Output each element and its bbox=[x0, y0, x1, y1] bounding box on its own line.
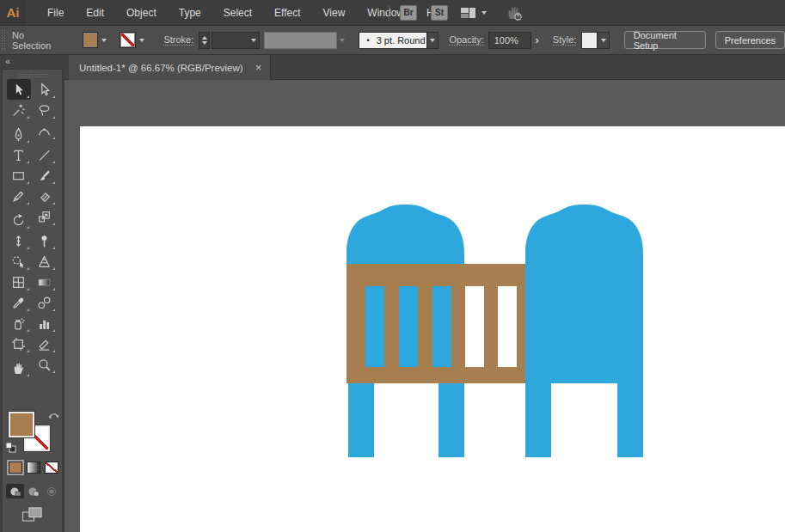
tool-pencil[interactable] bbox=[7, 186, 31, 206]
tab-close-icon[interactable]: × bbox=[255, 62, 262, 73]
control-bar-grip[interactable] bbox=[1, 29, 6, 51]
perspective-grid-icon bbox=[37, 254, 52, 269]
style-chevron-button[interactable] bbox=[598, 32, 609, 49]
crib-headboard-right[interactable] bbox=[525, 205, 643, 383]
pencil-icon bbox=[11, 189, 26, 204]
color-button[interactable] bbox=[9, 462, 22, 474]
panel-collapse-button[interactable]: « bbox=[0, 55, 64, 69]
draw-inside-button[interactable] bbox=[42, 484, 60, 498]
screen-mode-icon[interactable] bbox=[21, 506, 44, 527]
stroke-chevron-icon[interactable] bbox=[139, 39, 144, 45]
tool-selection[interactable] bbox=[7, 79, 31, 100]
zoom-icon bbox=[37, 358, 52, 372]
line-segment-icon bbox=[37, 148, 52, 162]
gradient-button[interactable] bbox=[27, 462, 40, 474]
tool-scale[interactable] bbox=[33, 206, 57, 227]
draw-behind-button[interactable] bbox=[24, 484, 42, 498]
crib-leg-left-2[interactable] bbox=[438, 383, 464, 457]
fill-swatch-indicator[interactable] bbox=[9, 412, 34, 437]
pen-icon bbox=[11, 127, 26, 142]
stroke-weight-stepper[interactable] bbox=[199, 32, 210, 49]
tools-panel-body bbox=[2, 69, 63, 532]
draw-normal-button[interactable] bbox=[6, 484, 24, 498]
lasso-icon bbox=[37, 103, 52, 118]
tool-zoom[interactable] bbox=[33, 354, 57, 375]
tool-rotate[interactable] bbox=[7, 210, 31, 230]
hand-power-icon[interactable] bbox=[504, 4, 524, 21]
drawing-modes-row bbox=[3, 484, 64, 498]
opacity-field[interactable]: 100% bbox=[488, 32, 532, 49]
width-profile-chevron-icon bbox=[340, 39, 345, 45]
crib-leg-right-1[interactable] bbox=[525, 383, 551, 457]
tool-eraser[interactable] bbox=[33, 186, 57, 206]
stroke-color-swatch[interactable] bbox=[120, 32, 136, 48]
tool-gradient[interactable] bbox=[33, 272, 57, 292]
color-mode-row bbox=[3, 462, 64, 474]
document-setup-button[interactable]: Document Setup bbox=[624, 31, 706, 49]
stroke-weight-dropdown[interactable] bbox=[212, 32, 260, 49]
direct-selection-icon bbox=[37, 83, 52, 97]
workspace-switcher-icon[interactable] bbox=[460, 7, 476, 19]
swap-fill-stroke-icon[interactable] bbox=[47, 409, 60, 425]
tool-rectangle[interactable] bbox=[7, 165, 31, 186]
tool-slice[interactable] bbox=[33, 333, 57, 354]
stock-button[interactable]: St bbox=[431, 5, 448, 21]
stroke-weight-chevron-icon[interactable] bbox=[251, 39, 256, 45]
style-swatch[interactable] bbox=[581, 32, 598, 49]
preferences-button[interactable]: Preferences bbox=[715, 31, 785, 49]
brush-chevron-icon bbox=[430, 39, 435, 45]
tool-lasso[interactable] bbox=[33, 100, 57, 120]
tool-type[interactable] bbox=[7, 144, 31, 165]
canvas[interactable] bbox=[64, 80, 785, 532]
stepper-up-icon[interactable] bbox=[202, 34, 207, 40]
tool-puppet-warp[interactable] bbox=[33, 230, 57, 251]
menu-item-view[interactable]: View bbox=[312, 2, 357, 24]
tool-hand[interactable] bbox=[7, 358, 31, 378]
brush-chevron-button[interactable] bbox=[427, 32, 438, 49]
blend-icon bbox=[37, 296, 52, 310]
tool-artboard[interactable] bbox=[7, 333, 31, 354]
tool-width[interactable] bbox=[7, 230, 31, 251]
crib-leg-right-2[interactable] bbox=[617, 383, 643, 457]
menu-item-file[interactable]: File bbox=[36, 2, 75, 24]
tool-magic-wand[interactable] bbox=[7, 100, 31, 120]
tool-eyedropper[interactable] bbox=[7, 292, 31, 313]
stroke-label[interactable]: Stroke: bbox=[163, 34, 193, 46]
tool-pen[interactable] bbox=[7, 124, 31, 144]
tool-shape-builder[interactable] bbox=[7, 251, 31, 272]
mesh-icon bbox=[11, 275, 26, 290]
menu-item-edit[interactable]: Edit bbox=[75, 2, 115, 24]
opacity-slider-arrow[interactable]: › bbox=[535, 34, 538, 46]
tool-column-graph[interactable] bbox=[33, 313, 57, 333]
curvature-icon bbox=[37, 124, 52, 138]
tool-perspective-grid[interactable] bbox=[33, 251, 57, 272]
brush-name: 3 pt. Round bbox=[377, 35, 426, 46]
crib-leg-left-1[interactable] bbox=[348, 383, 374, 457]
fill-chevron-icon[interactable] bbox=[101, 39, 107, 45]
default-fill-stroke-icon[interactable] bbox=[5, 441, 16, 456]
width-profile-dropdown bbox=[264, 32, 337, 49]
magic-wand-icon bbox=[11, 103, 26, 118]
tool-blend[interactable] bbox=[33, 292, 57, 313]
bridge-button[interactable]: Br bbox=[400, 5, 417, 21]
fill-color-swatch[interactable] bbox=[83, 32, 99, 48]
menu-item-type[interactable]: Type bbox=[168, 2, 212, 24]
paintbrush-icon bbox=[37, 168, 52, 183]
none-button[interactable] bbox=[45, 462, 58, 474]
style-label[interactable]: Style: bbox=[553, 34, 577, 46]
tool-paintbrush[interactable] bbox=[33, 165, 57, 186]
tool-line-segment[interactable] bbox=[33, 144, 57, 165]
tool-mesh[interactable] bbox=[7, 272, 31, 292]
tool-symbol-sprayer[interactable] bbox=[7, 313, 31, 333]
brush-definition-field[interactable]: • 3 pt. Round bbox=[359, 32, 427, 49]
tool-curvature[interactable] bbox=[33, 120, 57, 141]
menu-item-select[interactable]: Select bbox=[212, 2, 263, 24]
menu-item-effect[interactable]: Effect bbox=[263, 2, 311, 24]
menu-item-object[interactable]: Object bbox=[115, 2, 168, 24]
document-tab[interactable]: Untitled-1* @ 66.67% (RGB/Preview) × bbox=[69, 55, 271, 80]
tool-direct-selection[interactable] bbox=[33, 79, 57, 100]
panel-grip[interactable] bbox=[18, 73, 47, 77]
opacity-label[interactable]: Opacity: bbox=[449, 34, 483, 46]
workspace-chevron-icon[interactable] bbox=[481, 11, 487, 17]
stepper-down-icon[interactable] bbox=[202, 41, 207, 47]
